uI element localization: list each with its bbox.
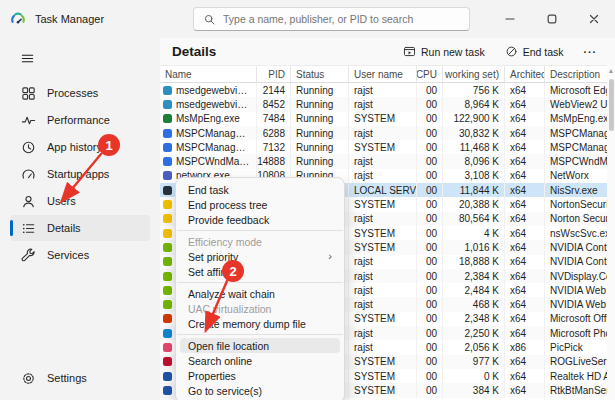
vertical-scrollbar[interactable] — [607, 65, 615, 400]
menu-item-analyze-wait-chain[interactable]: Analyze wait chain — [180, 286, 340, 301]
close-button[interactable] — [573, 0, 615, 38]
sidebar-item-performance[interactable]: Performance — [10, 107, 150, 133]
sidebar-item-label: App history — [47, 141, 102, 153]
process-description: ROGLiveService.exe — [544, 355, 607, 369]
menu-item-create-memory-dump-file[interactable]: Create memory dump file — [180, 316, 340, 331]
table-row[interactable]: MSPCManager.exe6288Runningrajst0030,832 … — [160, 126, 607, 140]
process-description: NisSrv.exe — [544, 183, 607, 197]
process-memory: 122,900 K — [442, 112, 504, 126]
menu-item-set-affinity[interactable]: Set affinity — [180, 264, 340, 279]
task-manager-logo-icon — [10, 11, 26, 27]
hamburger-icon — [20, 51, 35, 66]
process-cpu: 00 — [416, 340, 442, 354]
process-description: MSPCManager.exe — [544, 126, 607, 140]
process-cpu: 00 — [416, 154, 442, 168]
column-header-user[interactable]: User name — [348, 66, 416, 82]
nvidia-icon — [163, 286, 172, 295]
process-cpu: 00 — [416, 297, 442, 311]
process-user: rajst — [348, 212, 416, 226]
minimize-button[interactable] — [489, 0, 531, 38]
sidebar-item-label: Startup apps — [47, 168, 109, 180]
column-header-name[interactable]: Name — [160, 66, 256, 82]
startup-apps-icon — [21, 167, 36, 182]
menu-toggle-button[interactable] — [10, 44, 44, 72]
column-header-desc[interactable]: Description — [544, 66, 607, 82]
sidebar-item-label: Performance — [47, 114, 110, 126]
process-architecture: x64 — [504, 140, 544, 154]
sidebar-item-startup-apps[interactable]: Startup apps — [10, 161, 150, 187]
run-new-task-button[interactable]: Run new task — [397, 42, 491, 61]
process-user: rajst — [348, 297, 416, 311]
minimize-icon — [505, 14, 515, 24]
sidebar-item-details[interactable]: Details — [10, 215, 150, 241]
column-header-pid[interactable]: PID — [256, 66, 290, 82]
process-memory: 8,964 K — [442, 97, 504, 111]
menu-item-label: End task — [188, 184, 229, 196]
menu-item-label: Go to service(s) — [188, 385, 262, 397]
menu-item-end-process-tree[interactable]: End process tree — [180, 197, 340, 212]
sidebar-item-label: Users — [47, 195, 76, 207]
process-memory: 2,484 K — [442, 283, 504, 297]
table-row[interactable]: MsMpEng.exe7484RunningSYSTEM00122,900 Kx… — [160, 112, 607, 126]
norton-icon — [163, 214, 172, 223]
window-controls — [489, 0, 615, 38]
sidebar-item-label: Services — [47, 249, 89, 261]
sidebar-item-users[interactable]: Users — [10, 188, 150, 214]
norton-icon — [163, 229, 172, 238]
process-name: msedgewebview2.exe — [176, 85, 251, 96]
defender-icon — [163, 114, 172, 123]
menu-item-open-file-location[interactable]: Open file location — [180, 338, 340, 353]
picpick-icon — [163, 343, 172, 352]
column-header-mem[interactable]: Memory (active private working set) — [442, 66, 504, 82]
end-task-label: End task — [523, 46, 564, 58]
menu-item-go-to-service-s[interactable]: Go to service(s) — [180, 383, 340, 398]
scrollbar-thumb[interactable] — [609, 79, 614, 131]
phone-link-icon — [163, 329, 172, 338]
processes-icon — [21, 86, 36, 101]
column-header-arch[interactable]: Architecture — [504, 66, 544, 82]
process-user: SYSTEM — [348, 369, 416, 383]
process-user: rajst — [348, 126, 416, 140]
menu-item-label: End process tree — [188, 199, 267, 211]
process-memory: 0 K — [442, 369, 504, 383]
menu-item-end-task[interactable]: End task — [180, 182, 340, 197]
process-user: SYSTEM — [348, 240, 416, 254]
process-description: nsWscSvc.exe — [544, 226, 607, 240]
table-row[interactable]: msedgewebview2.exe8452Runningrajst008,96… — [160, 97, 607, 111]
menu-item-provide-feedback[interactable]: Provide feedback — [180, 212, 340, 227]
process-user: SYSTEM — [348, 383, 416, 397]
sidebar-item-settings[interactable]: Settings — [10, 365, 150, 391]
menu-item-set-priority[interactable]: Set priority› — [180, 249, 340, 264]
sidebar-item-app-history[interactable]: App history — [10, 134, 150, 160]
column-header-cpu[interactable]: CPU — [416, 66, 442, 82]
process-architecture: x64 — [504, 97, 544, 111]
process-architecture: x64 — [504, 383, 544, 397]
table-row[interactable]: msedgewebview2.exe2144Runningrajst00756 … — [160, 83, 607, 97]
scroll-up-arrow-icon[interactable] — [609, 69, 613, 73]
sidebar-item-processes[interactable]: Processes — [10, 80, 150, 106]
table-row[interactable]: MSPCWndManager.exe14888Runningrajst008,0… — [160, 154, 607, 168]
run-new-task-label: Run new task — [421, 46, 485, 58]
process-pid: 6288 — [256, 126, 290, 140]
realtek-icon — [163, 372, 172, 381]
search-input[interactable] — [223, 13, 460, 25]
maximize-button[interactable] — [531, 0, 573, 38]
column-header-status[interactable]: Status — [290, 66, 348, 82]
process-cpu: 00 — [416, 326, 442, 340]
main-header: Details Run new task End task ··· — [160, 38, 615, 65]
process-description: WebView2 Utility — [544, 97, 607, 111]
sidebar-item-services[interactable]: Services — [10, 242, 150, 268]
end-task-button[interactable]: End task — [499, 42, 570, 61]
process-name: MsMpEng.exe — [176, 113, 240, 124]
process-user: LOCAL SERVICE — [348, 183, 416, 197]
process-name: MSPCWndManager.exe — [176, 156, 251, 167]
process-description: NVIDIA Container — [544, 255, 607, 269]
table-row[interactable]: MSPCManagerService.exe7132RunningSYSTEM0… — [160, 140, 607, 154]
more-options-button[interactable]: ··· — [578, 43, 604, 61]
menu-item-properties[interactable]: Properties — [180, 368, 340, 383]
table-header-row: NamePIDStatusUser nameCPUMemory (active … — [160, 66, 607, 83]
menu-item-search-online[interactable]: Search online — [180, 353, 340, 368]
pc-manager-icon — [163, 129, 172, 138]
sidebar-item-label: Details — [47, 222, 81, 234]
search-box[interactable] — [193, 7, 470, 31]
